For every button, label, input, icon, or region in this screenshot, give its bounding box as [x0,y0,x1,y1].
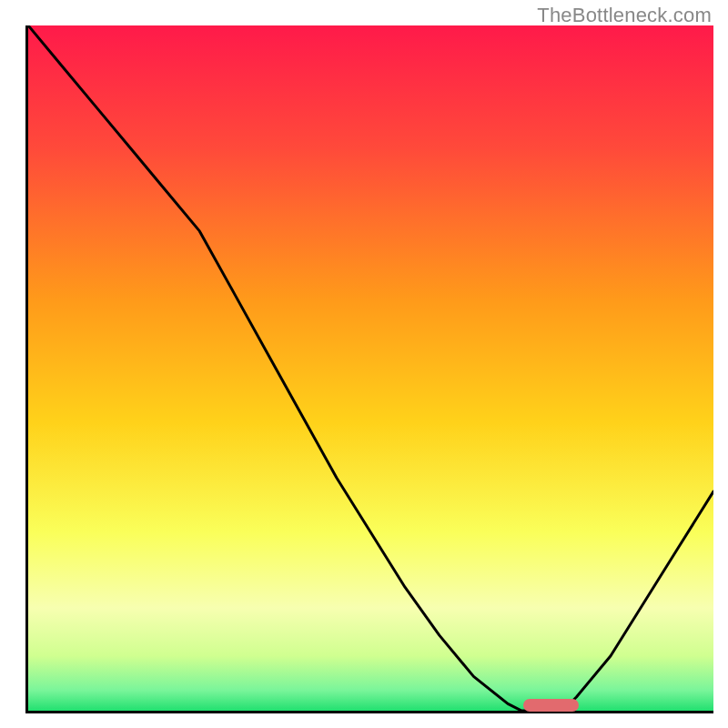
optimum-marker [523,699,578,712]
bottleneck-curve [28,25,713,711]
watermark-label: TheBottleneck.com [537,4,712,27]
plot-area [25,25,713,713]
